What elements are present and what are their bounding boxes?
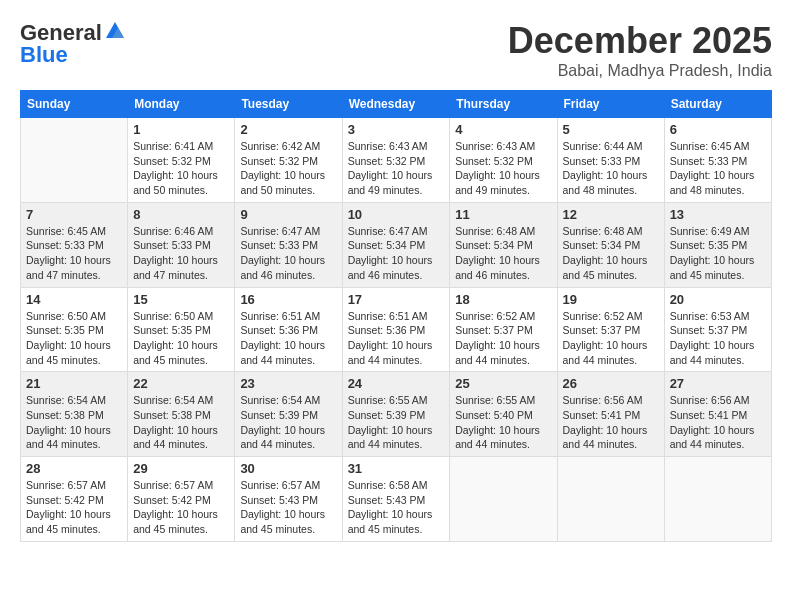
header: General Blue December 2025 Babai, Madhya… xyxy=(20,20,772,80)
day-info: Sunrise: 6:51 AM Sunset: 5:36 PM Dayligh… xyxy=(348,309,445,368)
calendar-cell: 31Sunrise: 6:58 AM Sunset: 5:43 PM Dayli… xyxy=(342,457,450,542)
day-number: 8 xyxy=(133,207,229,222)
day-number: 19 xyxy=(563,292,659,307)
day-number: 24 xyxy=(348,376,445,391)
day-info: Sunrise: 6:50 AM Sunset: 5:35 PM Dayligh… xyxy=(26,309,122,368)
calendar-week-row: 7Sunrise: 6:45 AM Sunset: 5:33 PM Daylig… xyxy=(21,202,772,287)
day-number: 18 xyxy=(455,292,551,307)
day-number: 23 xyxy=(240,376,336,391)
calendar-cell: 17Sunrise: 6:51 AM Sunset: 5:36 PM Dayli… xyxy=(342,287,450,372)
day-info: Sunrise: 6:57 AM Sunset: 5:43 PM Dayligh… xyxy=(240,478,336,537)
header-day-wednesday: Wednesday xyxy=(342,91,450,118)
day-info: Sunrise: 6:57 AM Sunset: 5:42 PM Dayligh… xyxy=(26,478,122,537)
day-info: Sunrise: 6:48 AM Sunset: 5:34 PM Dayligh… xyxy=(563,224,659,283)
location-title: Babai, Madhya Pradesh, India xyxy=(508,62,772,80)
day-number: 6 xyxy=(670,122,766,137)
calendar-cell: 10Sunrise: 6:47 AM Sunset: 5:34 PM Dayli… xyxy=(342,202,450,287)
day-info: Sunrise: 6:53 AM Sunset: 5:37 PM Dayligh… xyxy=(670,309,766,368)
day-number: 1 xyxy=(133,122,229,137)
day-number: 13 xyxy=(670,207,766,222)
calendar-week-row: 14Sunrise: 6:50 AM Sunset: 5:35 PM Dayli… xyxy=(21,287,772,372)
day-number: 7 xyxy=(26,207,122,222)
calendar-cell: 26Sunrise: 6:56 AM Sunset: 5:41 PM Dayli… xyxy=(557,372,664,457)
day-number: 12 xyxy=(563,207,659,222)
calendar-cell xyxy=(450,457,557,542)
day-number: 4 xyxy=(455,122,551,137)
day-number: 27 xyxy=(670,376,766,391)
calendar-cell: 7Sunrise: 6:45 AM Sunset: 5:33 PM Daylig… xyxy=(21,202,128,287)
calendar-cell xyxy=(21,118,128,203)
calendar-cell: 19Sunrise: 6:52 AM Sunset: 5:37 PM Dayli… xyxy=(557,287,664,372)
calendar-cell: 24Sunrise: 6:55 AM Sunset: 5:39 PM Dayli… xyxy=(342,372,450,457)
day-info: Sunrise: 6:55 AM Sunset: 5:39 PM Dayligh… xyxy=(348,393,445,452)
calendar-cell: 13Sunrise: 6:49 AM Sunset: 5:35 PM Dayli… xyxy=(664,202,771,287)
logo: General Blue xyxy=(20,20,126,68)
day-number: 17 xyxy=(348,292,445,307)
header-day-tuesday: Tuesday xyxy=(235,91,342,118)
day-info: Sunrise: 6:48 AM Sunset: 5:34 PM Dayligh… xyxy=(455,224,551,283)
day-number: 25 xyxy=(455,376,551,391)
day-number: 30 xyxy=(240,461,336,476)
calendar-cell: 20Sunrise: 6:53 AM Sunset: 5:37 PM Dayli… xyxy=(664,287,771,372)
calendar-cell: 9Sunrise: 6:47 AM Sunset: 5:33 PM Daylig… xyxy=(235,202,342,287)
day-info: Sunrise: 6:52 AM Sunset: 5:37 PM Dayligh… xyxy=(563,309,659,368)
day-info: Sunrise: 6:43 AM Sunset: 5:32 PM Dayligh… xyxy=(348,139,445,198)
header-day-friday: Friday xyxy=(557,91,664,118)
day-number: 10 xyxy=(348,207,445,222)
calendar-cell xyxy=(557,457,664,542)
day-info: Sunrise: 6:56 AM Sunset: 5:41 PM Dayligh… xyxy=(670,393,766,452)
day-number: 26 xyxy=(563,376,659,391)
day-info: Sunrise: 6:50 AM Sunset: 5:35 PM Dayligh… xyxy=(133,309,229,368)
calendar-cell: 21Sunrise: 6:54 AM Sunset: 5:38 PM Dayli… xyxy=(21,372,128,457)
day-info: Sunrise: 6:43 AM Sunset: 5:32 PM Dayligh… xyxy=(455,139,551,198)
day-info: Sunrise: 6:54 AM Sunset: 5:39 PM Dayligh… xyxy=(240,393,336,452)
day-number: 16 xyxy=(240,292,336,307)
header-day-saturday: Saturday xyxy=(664,91,771,118)
calendar-cell: 23Sunrise: 6:54 AM Sunset: 5:39 PM Dayli… xyxy=(235,372,342,457)
calendar-week-row: 1Sunrise: 6:41 AM Sunset: 5:32 PM Daylig… xyxy=(21,118,772,203)
day-info: Sunrise: 6:55 AM Sunset: 5:40 PM Dayligh… xyxy=(455,393,551,452)
day-number: 22 xyxy=(133,376,229,391)
calendar-cell: 22Sunrise: 6:54 AM Sunset: 5:38 PM Dayli… xyxy=(128,372,235,457)
calendar-cell: 2Sunrise: 6:42 AM Sunset: 5:32 PM Daylig… xyxy=(235,118,342,203)
month-title: December 2025 xyxy=(508,20,772,62)
day-info: Sunrise: 6:41 AM Sunset: 5:32 PM Dayligh… xyxy=(133,139,229,198)
calendar-cell: 27Sunrise: 6:56 AM Sunset: 5:41 PM Dayli… xyxy=(664,372,771,457)
header-day-monday: Monday xyxy=(128,91,235,118)
calendar-cell: 25Sunrise: 6:55 AM Sunset: 5:40 PM Dayli… xyxy=(450,372,557,457)
day-info: Sunrise: 6:47 AM Sunset: 5:34 PM Dayligh… xyxy=(348,224,445,283)
day-number: 21 xyxy=(26,376,122,391)
header-day-sunday: Sunday xyxy=(21,91,128,118)
day-info: Sunrise: 6:52 AM Sunset: 5:37 PM Dayligh… xyxy=(455,309,551,368)
day-info: Sunrise: 6:45 AM Sunset: 5:33 PM Dayligh… xyxy=(26,224,122,283)
calendar-cell: 16Sunrise: 6:51 AM Sunset: 5:36 PM Dayli… xyxy=(235,287,342,372)
calendar-cell: 15Sunrise: 6:50 AM Sunset: 5:35 PM Dayli… xyxy=(128,287,235,372)
day-info: Sunrise: 6:42 AM Sunset: 5:32 PM Dayligh… xyxy=(240,139,336,198)
calendar-cell: 29Sunrise: 6:57 AM Sunset: 5:42 PM Dayli… xyxy=(128,457,235,542)
day-info: Sunrise: 6:49 AM Sunset: 5:35 PM Dayligh… xyxy=(670,224,766,283)
day-info: Sunrise: 6:51 AM Sunset: 5:36 PM Dayligh… xyxy=(240,309,336,368)
calendar-cell: 8Sunrise: 6:46 AM Sunset: 5:33 PM Daylig… xyxy=(128,202,235,287)
calendar-cell: 28Sunrise: 6:57 AM Sunset: 5:42 PM Dayli… xyxy=(21,457,128,542)
calendar-cell: 3Sunrise: 6:43 AM Sunset: 5:32 PM Daylig… xyxy=(342,118,450,203)
day-info: Sunrise: 6:44 AM Sunset: 5:33 PM Dayligh… xyxy=(563,139,659,198)
calendar: SundayMondayTuesdayWednesdayThursdayFrid… xyxy=(20,90,772,542)
calendar-week-row: 21Sunrise: 6:54 AM Sunset: 5:38 PM Dayli… xyxy=(21,372,772,457)
calendar-cell: 18Sunrise: 6:52 AM Sunset: 5:37 PM Dayli… xyxy=(450,287,557,372)
calendar-cell: 30Sunrise: 6:57 AM Sunset: 5:43 PM Dayli… xyxy=(235,457,342,542)
calendar-week-row: 28Sunrise: 6:57 AM Sunset: 5:42 PM Dayli… xyxy=(21,457,772,542)
logo-blue-text: Blue xyxy=(20,42,68,68)
day-number: 3 xyxy=(348,122,445,137)
day-info: Sunrise: 6:47 AM Sunset: 5:33 PM Dayligh… xyxy=(240,224,336,283)
day-info: Sunrise: 6:54 AM Sunset: 5:38 PM Dayligh… xyxy=(133,393,229,452)
logo-icon xyxy=(104,20,126,42)
calendar-cell: 5Sunrise: 6:44 AM Sunset: 5:33 PM Daylig… xyxy=(557,118,664,203)
day-number: 29 xyxy=(133,461,229,476)
day-info: Sunrise: 6:57 AM Sunset: 5:42 PM Dayligh… xyxy=(133,478,229,537)
calendar-cell: 12Sunrise: 6:48 AM Sunset: 5:34 PM Dayli… xyxy=(557,202,664,287)
calendar-cell: 14Sunrise: 6:50 AM Sunset: 5:35 PM Dayli… xyxy=(21,287,128,372)
calendar-cell: 4Sunrise: 6:43 AM Sunset: 5:32 PM Daylig… xyxy=(450,118,557,203)
day-number: 15 xyxy=(133,292,229,307)
day-info: Sunrise: 6:58 AM Sunset: 5:43 PM Dayligh… xyxy=(348,478,445,537)
day-info: Sunrise: 6:46 AM Sunset: 5:33 PM Dayligh… xyxy=(133,224,229,283)
